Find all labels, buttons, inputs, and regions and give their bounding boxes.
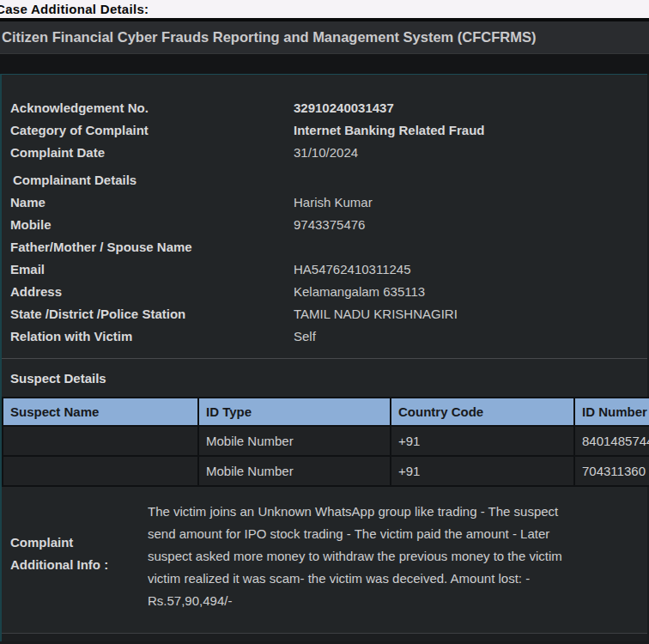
system-title: Citizen Financial Cyber Frauds Reporting… xyxy=(2,29,537,46)
table-row: Mobile Number +91 8401485744 xyxy=(3,426,649,456)
suspect-details-section: Suspect Details Suspect Name ID Type Cou… xyxy=(2,359,647,487)
suspect-name-cell xyxy=(3,456,198,486)
column-header: ID Type xyxy=(198,398,391,426)
table-row: Mobile Number +91 704311360 xyxy=(3,456,649,486)
complainant-details-heading: Complainant Details xyxy=(10,169,647,191)
suspect-table: Suspect Name ID Type Country Code ID Num… xyxy=(2,397,649,487)
field-label: Relation with Victim xyxy=(10,325,294,348)
field-row: Address Kelamangalam 635113 xyxy=(10,281,647,303)
field-value: 9743375476 xyxy=(294,214,365,236)
field-row: Father/Mother / Spouse Name xyxy=(10,236,647,258)
label-line: Additional Info : xyxy=(10,554,148,576)
field-value: HA54762410311245 xyxy=(294,258,411,281)
field-value: Kelamangalam 635113 xyxy=(294,281,425,303)
suspect-details-heading: Suspect Details xyxy=(10,371,647,386)
field-row: Mobile 9743375476 xyxy=(10,214,647,236)
field-label: Acknowledgement No. xyxy=(10,97,294,119)
page-title: Case Additional Details: xyxy=(0,0,149,18)
text-line: The victim joins an Unknown WhatsApp gro… xyxy=(148,501,562,523)
field-value: Harish Kumar xyxy=(294,191,373,214)
field-label: Mobile xyxy=(10,214,294,236)
field-row: Name Harish Kumar xyxy=(10,191,647,214)
page-title-bar: Case Additional Details: xyxy=(0,0,649,18)
field-label: State /District /Police Station xyxy=(10,303,294,325)
column-header: Country Code xyxy=(391,398,574,426)
field-row: Email HA54762410311245 xyxy=(10,258,647,281)
text-line: send amount for IPO stock trading - The … xyxy=(148,523,562,545)
field-value: Internet Banking Related Fraud xyxy=(294,119,485,142)
field-value: 31/10/2024 xyxy=(294,142,358,164)
field-value: Self xyxy=(294,325,316,348)
id-number-cell: 8401485744 xyxy=(574,426,649,456)
text-line: victim realized it was scam- the victim … xyxy=(148,568,562,590)
suspect-name-cell xyxy=(3,426,198,456)
field-row: Category of Complaint Internet Banking R… xyxy=(10,119,647,142)
field-value: TAMIL NADU KRISHNAGIRI xyxy=(294,303,458,325)
complaint-additional-info-text: The victim joins an Unknown WhatsApp gro… xyxy=(148,501,562,612)
table-header-row: Suspect Name ID Type Country Code ID Num… xyxy=(3,398,649,426)
column-header: Suspect Name xyxy=(3,398,198,426)
header-gap xyxy=(0,54,649,74)
field-row: Complaint Date 31/10/2024 xyxy=(10,142,647,164)
bottom-divider xyxy=(2,633,647,641)
complaint-additional-info-section: Complaint Additional Info : The victim j… xyxy=(2,487,647,612)
id-type-cell: Mobile Number xyxy=(198,456,391,486)
field-label: Father/Mother / Spouse Name xyxy=(10,236,294,258)
field-label: Address xyxy=(10,281,294,303)
text-line: Rs.57,90,494/- xyxy=(148,590,562,612)
id-type-cell: Mobile Number xyxy=(198,426,391,456)
field-label: Email xyxy=(10,258,294,281)
field-row: Acknowledgement No. 32910240031437 xyxy=(10,97,647,119)
field-label: Name xyxy=(10,191,294,214)
complaint-additional-info-label: Complaint Additional Info : xyxy=(10,532,148,612)
field-row: Relation with Victim Self xyxy=(10,325,647,348)
country-code-cell: +91 xyxy=(391,456,574,486)
case-summary-section: Acknowledgement No. 32910240031437 Categ… xyxy=(2,75,647,358)
country-code-cell: +91 xyxy=(391,426,574,456)
case-details-panel: Acknowledgement No. 32910240031437 Categ… xyxy=(0,74,647,641)
field-row: State /District /Police Station TAMIL NA… xyxy=(10,303,647,325)
id-number-cell: 704311360 xyxy=(574,456,649,486)
field-value: 32910240031437 xyxy=(294,97,394,119)
field-label: Complaint Date xyxy=(10,142,294,164)
column-header: ID Number xyxy=(574,398,649,426)
field-label: Category of Complaint xyxy=(10,119,294,142)
label-line: Complaint xyxy=(10,532,148,554)
system-header-bar: Citizen Financial Cyber Frauds Reporting… xyxy=(0,21,649,54)
text-line: suspect asked more money to withdraw the… xyxy=(148,545,562,568)
